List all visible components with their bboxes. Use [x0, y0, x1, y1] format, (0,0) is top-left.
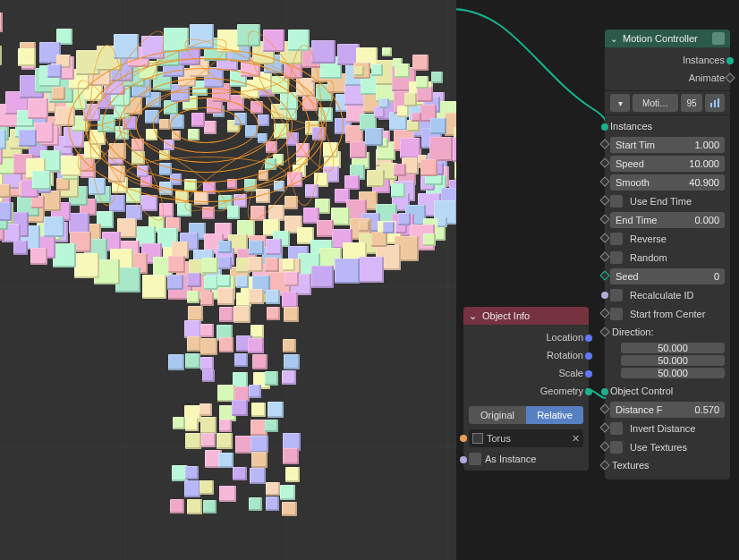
node-outputs: Location Rotation Scale Geometry: [463, 325, 589, 403]
input-object-control: Object Control: [610, 382, 725, 400]
clear-icon[interactable]: ✕: [572, 433, 580, 445]
node-outputs: Instances Animate: [605, 47, 730, 91]
field-reverse: Reverse: [610, 229, 725, 248]
chevron-down-icon: ⌄: [469, 310, 477, 322]
label-direction: Direction:: [610, 323, 725, 341]
frame-number[interactable]: 95: [681, 94, 702, 112]
field-end-time: End Time0.000: [610, 210, 725, 229]
output-scale: Scale: [469, 364, 583, 382]
output-animate: Animate: [610, 69, 725, 87]
node-header[interactable]: ⌄ Object Info: [463, 307, 589, 325]
node-header[interactable]: ⌄ Motion Controller: [605, 30, 730, 47]
field-distance-f: Distance F0.570: [610, 400, 725, 419]
svg-rect-0: [710, 103, 712, 107]
socket-vector[interactable]: [585, 370, 592, 378]
field-invert-distance: Invert Distance: [610, 419, 725, 437]
output-rotation: Rotation: [469, 346, 583, 364]
transform-space-toggle: Original Relative: [469, 406, 583, 424]
field-seed: Seed0: [610, 267, 725, 285]
field-start-time: Start Tim1.000: [610, 135, 725, 154]
field-speed: Speed10.000: [610, 154, 725, 173]
object-picker[interactable]: Torus ✕: [469, 429, 583, 447]
mode-dropdown-icon[interactable]: ▾: [610, 94, 630, 112]
object-data-icon: [472, 433, 483, 444]
socket-object[interactable]: [460, 435, 467, 442]
input-instances: Instances: [610, 117, 725, 135]
field-smooth: Smooth40.900: [610, 173, 725, 191]
node-editor[interactable]: ⌄ Motion Controller Instances Animate ▾ …: [456, 0, 739, 560]
socket-geometry[interactable]: [726, 57, 734, 64]
vector-direction: 50.000 50.000 50.000: [621, 343, 725, 378]
output-location: Location: [469, 328, 583, 346]
socket-geometry[interactable]: [585, 388, 592, 395]
chevron-down-icon: ⌄: [610, 34, 617, 44]
field-random: Random: [610, 248, 725, 267]
svg-rect-1: [714, 100, 716, 107]
node-motion-controller[interactable]: ⌄ Motion Controller Instances Animate ▾ …: [605, 30, 730, 479]
node-object-info[interactable]: ⌄ Object Info Location Rotation Scale Ge…: [463, 307, 589, 471]
output-instances: Instances: [610, 51, 725, 69]
socket-vector[interactable]: [585, 352, 592, 360]
field-use-end-time: Use End Time: [610, 191, 725, 210]
svg-rect-2: [718, 98, 719, 107]
socket-geometry[interactable]: [601, 123, 608, 131]
viewport-3d[interactable]: [0, 0, 456, 560]
output-geometry: Geometry: [469, 382, 583, 400]
graph-icon[interactable]: [705, 94, 725, 112]
mode-dropdown[interactable]: Moti…: [633, 94, 678, 112]
node-options-icon[interactable]: [712, 32, 725, 45]
socket-diamond[interactable]: [725, 72, 735, 82]
input-textures: Textures: [610, 456, 725, 474]
field-recalculate-id: Recalculate ID: [610, 285, 725, 304]
node-title: Object Info: [482, 310, 530, 321]
object-name: Torus: [487, 433, 511, 444]
socket-vector[interactable]: [585, 335, 592, 342]
mode-original[interactable]: Original: [469, 406, 526, 424]
node-title: Motion Controller: [623, 33, 698, 44]
field-start-from-center: Start from Center: [610, 304, 725, 323]
field-use-textures: Use Textures: [610, 437, 725, 456]
socket-diamond[interactable]: [599, 139, 609, 148]
mode-relative[interactable]: Relative: [526, 406, 583, 424]
torus-wireframe: [63, 27, 385, 259]
socket-bool[interactable]: [460, 456, 467, 463]
